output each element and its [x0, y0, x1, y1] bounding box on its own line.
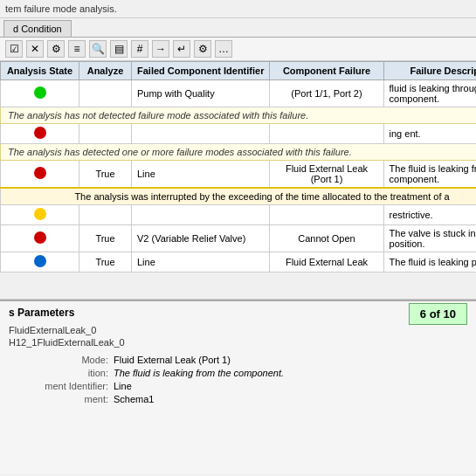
data-table: Analysis State Analyze Failed Component …: [0, 61, 476, 272]
analysis-state-cell: [1, 252, 79, 272]
failure-description-cell: fluid is leaking through the component.: [383, 80, 476, 107]
status-dot-red: [34, 231, 46, 244]
status-dot-red: [34, 127, 46, 139]
table-row[interactable]: restrictive.: [1, 205, 477, 225]
bottom-panel-title: s Parameters: [9, 307, 74, 319]
component-failure-cell: Fluid External Leak (Port 1): [270, 161, 383, 189]
analysis-state-cell: [1, 205, 79, 225]
failed-component-cell: V2 (Variable Relief Valve): [132, 225, 270, 252]
table-row[interactable]: Pump with Quality (Port 1/1, Port 2) flu…: [1, 80, 477, 107]
table-wrapper[interactable]: Analysis State Analyze Failed Component …: [0, 61, 476, 299]
toolbar-gear[interactable]: ⚙: [194, 40, 211, 58]
analysis-state-cell: [1, 124, 79, 144]
failed-component-cell: Line: [132, 161, 270, 189]
analyze-cell: [79, 205, 132, 225]
main-content: Analysis State Analyze Failed Component …: [0, 61, 476, 474]
status-dot-yellow: [34, 208, 46, 220]
top-bar: tem failure mode analysis.: [0, 0, 476, 18]
param-id-1: H12_1FluidExternalLeak_0: [9, 337, 467, 348]
toolbar-view1[interactable]: 🔍: [89, 40, 107, 58]
col-failure-description: Failure Description: [383, 62, 476, 80]
toolbar-ellipsis[interactable]: …: [215, 40, 232, 58]
tab-condition[interactable]: d Condition: [3, 20, 72, 37]
analysis-state-cell: [1, 225, 79, 252]
col-component-failure: Component Failure: [270, 62, 383, 80]
notification-warn-row: The analysis was interrupted by the exce…: [1, 188, 477, 205]
col-analysis-state: Analysis State: [1, 62, 79, 80]
tab-bar: d Condition: [0, 18, 476, 38]
status-dot-green: [34, 86, 46, 99]
toolbar-filter2[interactable]: ≡: [68, 40, 86, 58]
status-dot-red: [34, 167, 46, 179]
analysis-state-cell: [1, 161, 79, 189]
failed-component-cell: Pump with Quality: [132, 80, 270, 107]
col-failed-component: Failed Component Identifier: [132, 62, 270, 80]
param-row-component: ment: Schema1: [9, 394, 467, 404]
toolbar-view2[interactable]: ▤: [110, 40, 128, 58]
param-label-condition: ition:: [9, 368, 114, 378]
table-row[interactable]: True Line Fluid External Leak (Port 1) T…: [1, 161, 477, 189]
toolbar-filter1[interactable]: ⚙: [47, 40, 65, 58]
failed-component-cell: [132, 205, 270, 225]
table-section: Analysis State Analyze Failed Component …: [0, 61, 476, 300]
analyze-cell: [79, 124, 132, 144]
param-row-mode: Mode: Fluid External Leak (Port 1): [9, 355, 467, 365]
analyze-cell: True: [79, 161, 132, 189]
component-failure-cell: (Port 1/1, Port 2): [270, 80, 383, 107]
notification-text: The analysis has not detected failure mo…: [1, 107, 477, 124]
param-row-condition: ition: The fluid is leaking from the com…: [9, 368, 467, 378]
toolbar: ☑ ✕ ⚙ ≡ 🔍 ▤ # → ↵ ⚙ …: [0, 38, 476, 61]
failed-component-cell: [132, 124, 270, 144]
param-value-mode: Fluid External Leak (Port 1): [114, 355, 231, 365]
component-failure-cell: [270, 124, 383, 144]
component-failure-cell: [270, 205, 383, 225]
param-id-0: FluidExternalLeak_0: [9, 325, 467, 335]
param-value-condition: The fluid is leaking from the component.: [114, 368, 284, 378]
analyze-cell: True: [79, 252, 132, 272]
failure-description-cell: The fluid is leaking from the component.: [383, 161, 476, 189]
col-analyze: Analyze: [79, 62, 132, 80]
table-row[interactable]: ing ent.: [1, 124, 477, 144]
notification-row: The analysis has not detected failure mo…: [1, 107, 477, 124]
toolbar-checkbox[interactable]: ☑: [5, 40, 23, 58]
component-failure-cell: Fluid External Leak: [270, 252, 383, 272]
params-ids: FluidExternalLeak_0 H12_1FluidExternalLe…: [9, 325, 467, 348]
counter-badge: 6 of 10: [409, 303, 467, 325]
analyze-cell: [79, 80, 132, 107]
bottom-panel: s Parameters 6 of 10 FluidExternalLeak_0…: [0, 300, 476, 474]
analyze-cell: True: [79, 225, 132, 252]
param-label-component-id: ment Identifier:: [9, 381, 114, 391]
param-value-component: Schema1: [114, 394, 154, 404]
component-failure-cell: Cannot Open: [270, 225, 383, 252]
failure-description-cell: restrictive.: [383, 205, 476, 225]
param-row-component-id: ment Identifier: Line: [9, 381, 467, 391]
param-label-component: ment:: [9, 394, 114, 404]
toolbar-arrow-right[interactable]: →: [152, 40, 169, 58]
toolbar-hash[interactable]: #: [131, 40, 148, 58]
toolbar-close[interactable]: ✕: [26, 40, 44, 58]
param-value-component-id: Line: [114, 381, 132, 391]
failure-description-cell: The valve is stuck in closed position.: [383, 225, 476, 252]
notification-text: The analysis has detected one or more fa…: [1, 144, 477, 161]
failed-component-cell: Line: [132, 252, 270, 272]
failure-description-cell: ing ent.: [383, 124, 476, 144]
failure-description-cell: The fluid is leaking ponent.: [383, 252, 476, 272]
toolbar-arrow-in[interactable]: ↵: [173, 40, 190, 58]
param-label-mode: Mode:: [9, 355, 114, 365]
table-row[interactable]: True Line Fluid External Leak The fluid …: [1, 252, 477, 272]
status-dot-blue: [34, 255, 46, 267]
analysis-state-cell: [1, 80, 79, 107]
table-row[interactable]: True V2 (Variable Relief Valve) Cannot O…: [1, 225, 477, 252]
notification-row: The analysis has detected one or more fa…: [1, 144, 477, 161]
top-bar-text: tem failure mode analysis.: [5, 3, 117, 14]
notification-warn-text: The analysis was interrupted by the exce…: [1, 188, 477, 205]
